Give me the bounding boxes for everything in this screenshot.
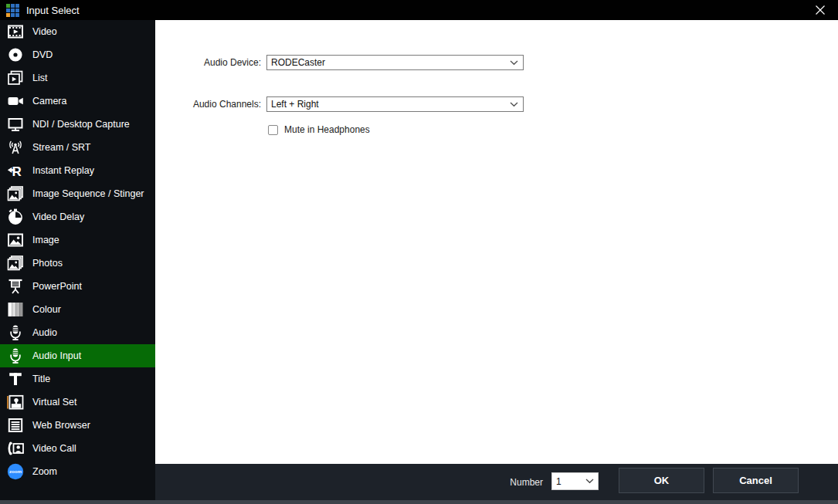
sidebar-item-label: List xyxy=(32,73,47,83)
dvd-icon xyxy=(5,46,25,64)
cancel-button[interactable]: Cancel xyxy=(713,468,799,493)
sidebar-item-virtual-set[interactable]: Virtual Set xyxy=(0,391,155,414)
svg-text:R: R xyxy=(12,164,22,179)
person-frame-icon xyxy=(5,393,25,411)
sidebar-item-video-call[interactable]: Video Call xyxy=(0,437,155,460)
replay-icon: R xyxy=(5,161,25,180)
sidebar-item-label: Camera xyxy=(32,96,66,107)
number-label: Number xyxy=(487,477,543,488)
sidebar-item-label: Instant Replay xyxy=(32,165,94,176)
picture-icon xyxy=(5,231,25,249)
audio-channels-label: Audio Channels: xyxy=(155,99,261,110)
sidebar-item-label: Stream / SRT xyxy=(32,142,90,153)
sidebar-item-label: NDI / Desktop Capture xyxy=(32,119,130,130)
sidebar-item-label: Audio Input xyxy=(32,350,81,361)
number-value: 1 xyxy=(556,476,561,487)
close-icon xyxy=(815,5,826,15)
footer-bar: Number 1 OK Cancel xyxy=(155,464,838,500)
monitor-icon xyxy=(5,115,25,134)
mute-in-headphones-label: Mute in Headphones xyxy=(284,125,370,135)
input-type-sidebar: Video DVD List Camera NDI / Desktop Capt xyxy=(0,20,155,500)
stopwatch-icon xyxy=(5,208,25,226)
sidebar-item-label: Image xyxy=(32,235,59,245)
sidebar-item-label: Video xyxy=(32,26,57,37)
number-dropdown[interactable]: 1 xyxy=(551,472,599,490)
gradient-swatch-icon xyxy=(5,300,25,319)
vmix-logo-icon xyxy=(6,4,19,17)
window-bottom-border xyxy=(0,500,838,504)
sidebar-item-label: Web Browser xyxy=(32,420,90,431)
sidebar-item-video-delay[interactable]: Video Delay xyxy=(0,205,155,228)
sidebar-item-photos[interactable]: Photos xyxy=(0,252,155,275)
audio-channels-value: Left + Right xyxy=(271,99,319,110)
camera-icon xyxy=(5,92,25,110)
letter-t-icon xyxy=(5,370,25,388)
video-icon xyxy=(5,22,25,41)
sidebar-item-label: Colour xyxy=(32,304,61,315)
sidebar-item-instant-replay[interactable]: R Instant Replay xyxy=(0,159,155,182)
microphone-icon xyxy=(5,347,25,365)
audio-device-dropdown[interactable]: RODECaster xyxy=(266,55,524,70)
stacked-photos-icon xyxy=(5,254,25,272)
sidebar-item-label: PowerPoint xyxy=(32,281,82,292)
sidebar-item-label: Video Delay xyxy=(32,211,84,222)
sidebar-item-camera[interactable]: Camera xyxy=(0,90,155,113)
audio-device-value: RODECaster xyxy=(271,57,325,68)
sidebar-item-ndi-desktop-capture[interactable]: NDI / Desktop Capture xyxy=(0,113,155,136)
sidebar-item-label: Photos xyxy=(32,258,63,269)
sidebar-item-audio-input[interactable]: Audio Input xyxy=(0,344,155,367)
sidebar-item-colour[interactable]: Colour xyxy=(0,298,155,321)
input-select-window: Input Select Video DVD List xyxy=(0,0,838,504)
list-icon xyxy=(5,69,25,87)
sidebar-item-label: Zoom xyxy=(32,466,57,477)
phone-person-icon xyxy=(5,439,25,458)
chevron-down-icon xyxy=(510,102,518,107)
sidebar-item-label: Title xyxy=(32,374,50,384)
sidebar-item-label: Virtual Set xyxy=(32,397,76,408)
close-button[interactable] xyxy=(806,0,835,20)
lined-page-icon xyxy=(5,416,25,435)
sidebar-item-label: Audio xyxy=(32,327,57,338)
presentation-icon xyxy=(5,277,25,296)
audio-channels-dropdown[interactable]: Left + Right xyxy=(266,96,524,112)
broadcast-tower-icon xyxy=(5,138,25,157)
mute-in-headphones-checkbox[interactable] xyxy=(268,125,278,135)
sidebar-item-web-browser[interactable]: Web Browser xyxy=(0,414,155,437)
audio-input-settings-panel: Audio Device: RODECaster Audio Channels:… xyxy=(155,20,838,464)
chevron-down-icon xyxy=(510,60,518,66)
sidebar-item-title[interactable]: Title xyxy=(0,367,155,391)
sidebar-item-image-sequence-stinger[interactable]: Image Sequence / Stinger xyxy=(0,182,155,205)
svg-text:zoom: zoom xyxy=(9,468,22,474)
sidebar-item-powerpoint[interactable]: PowerPoint xyxy=(0,275,155,298)
window-title: Input Select xyxy=(26,5,80,16)
sidebar-item-audio[interactable]: Audio xyxy=(0,321,155,344)
sidebar-item-image[interactable]: Image xyxy=(0,228,155,252)
audio-device-label: Audio Device: xyxy=(155,57,261,68)
sidebar-item-zoom[interactable]: zoom Zoom xyxy=(0,460,155,483)
sidebar-item-list[interactable]: List xyxy=(0,66,155,90)
sidebar-item-stream-srt[interactable]: Stream / SRT xyxy=(0,136,155,159)
stacked-photos-icon xyxy=(5,184,25,203)
zoom-logo-icon: zoom xyxy=(5,462,25,481)
sidebar-item-dvd[interactable]: DVD xyxy=(0,43,155,66)
sidebar-item-label: DVD xyxy=(32,49,53,60)
chevron-down-icon xyxy=(585,479,594,484)
microphone-icon xyxy=(5,323,25,342)
sidebar-item-label: Image Sequence / Stinger xyxy=(32,188,144,199)
ok-button[interactable]: OK xyxy=(619,468,704,493)
titlebar: Input Select xyxy=(0,0,838,20)
sidebar-item-label: Video Call xyxy=(32,443,76,454)
sidebar-item-video[interactable]: Video xyxy=(0,20,155,43)
